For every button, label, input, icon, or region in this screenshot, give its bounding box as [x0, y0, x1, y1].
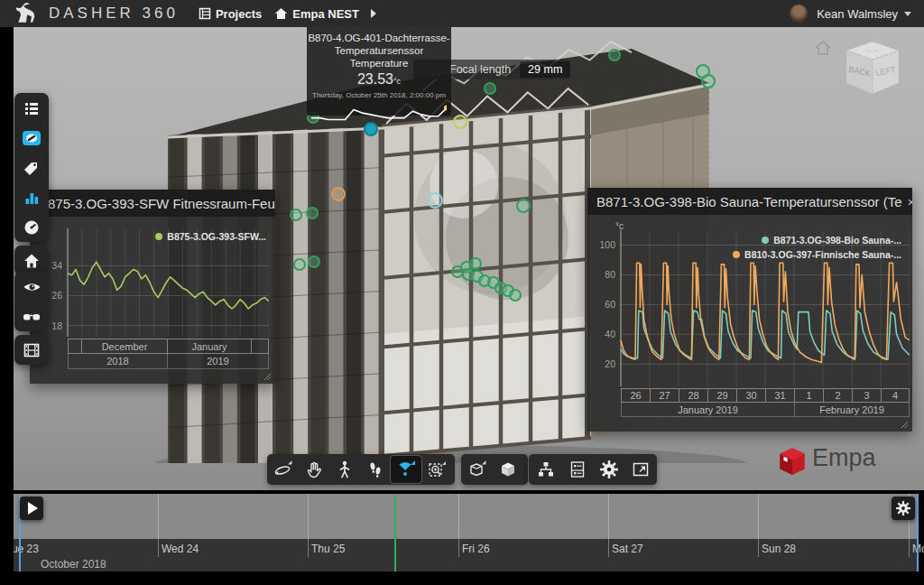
footsteps-icon	[365, 460, 385, 479]
film-icon	[23, 341, 41, 359]
breadcrumb-projects[interactable]: Projects	[199, 7, 262, 21]
svg-text:26: 26	[51, 290, 62, 301]
x-axis-year-band[interactable]: 2018 2019	[68, 354, 269, 369]
sensor-marker[interactable]	[427, 192, 443, 209]
sidebar-item-visibility[interactable]	[14, 272, 49, 302]
home-icon	[274, 7, 288, 20]
timeline-day-separator	[158, 494, 159, 539]
timeline-day-separator	[909, 539, 910, 557]
sensor-marker[interactable]	[308, 255, 320, 268]
sensor-marker[interactable]	[306, 207, 319, 219]
project-name-label: Empa NEST	[292, 7, 359, 21]
zoom-window-icon	[427, 460, 447, 479]
sidebar-item-list[interactable]	[14, 93, 49, 123]
camera-views-button[interactable]	[462, 456, 493, 483]
resize-handle[interactable]	[263, 372, 272, 381]
orbit-icon	[273, 460, 293, 479]
walk-button[interactable]	[329, 456, 360, 483]
glasses-icon	[22, 308, 42, 326]
pov-camera-button[interactable]	[391, 456, 421, 483]
home-view-icon[interactable]	[814, 40, 832, 56]
empa-tagline: Materials Science and Technology	[812, 471, 915, 479]
svg-text:100: 100	[599, 239, 615, 250]
sidebar-item-dashboard[interactable]	[14, 123, 49, 153]
resize-handle[interactable]	[900, 420, 909, 429]
left-edge-strip	[0, 27, 14, 571]
legend-dot	[155, 233, 162, 240]
legend-label: B875-3.OG-393-SFW...	[167, 231, 266, 242]
sidebar-item-gauges[interactable]	[14, 212, 49, 242]
view-cube[interactable]: BACK LEFT TOP	[837, 34, 908, 107]
timeline-playhead[interactable]	[394, 494, 396, 571]
eye-icon	[23, 278, 42, 296]
timeline-day-label: Wed 24	[162, 543, 199, 555]
timeline-day-label: Fri 26	[462, 543, 490, 555]
sidebar-group-visibility	[14, 272, 49, 331]
sensor-marker[interactable]	[484, 82, 496, 95]
timeline-day-separator	[608, 539, 609, 557]
legend-item: B871-3.OG-398-Bio Sauna-...	[762, 235, 901, 246]
toolbar-model-group	[461, 454, 528, 485]
sensor-marker[interactable]	[290, 209, 302, 221]
footsteps-button[interactable]	[360, 456, 391, 483]
sensor-marker[interactable]	[701, 74, 716, 88]
sensor-marker[interactable]	[516, 199, 531, 213]
timeline-settings-button[interactable]	[892, 497, 915, 520]
sensor-marker[interactable]	[293, 258, 306, 271]
sensor-marker[interactable]	[453, 115, 467, 129]
timeline-date-band[interactable]: Tue 23 Wed 24 Thu 25 Fri 26 Sat 27 Sun 2…	[14, 539, 919, 571]
sidebar-item-charts[interactable]	[14, 182, 49, 212]
focal-length-label: Focal length	[449, 63, 511, 76]
timeline: Tue 23 Wed 24 Thu 25 Fri 26 Sat 27 Sun 2…	[0, 490, 924, 585]
projects-label: Projects	[216, 7, 262, 21]
fitnessraum-chart-plot[interactable]: 182634	[41, 228, 269, 337]
sidebar-item-vr[interactable]	[14, 302, 49, 331]
x-axis-month-band[interactable]: December January	[68, 339, 269, 354]
breadcrumb-project-name[interactable]: Empa NEST	[274, 7, 376, 21]
empa-logo: Empa Materials Science and Technology	[778, 446, 915, 479]
cube-icon	[498, 460, 518, 479]
explode-model-button[interactable]	[493, 456, 523, 483]
view-cube-face-top: TOP	[865, 49, 880, 53]
chevron-right-icon[interactable]	[371, 9, 376, 18]
sensor-marker[interactable]	[608, 49, 621, 61]
tooltip-value: 23.53°c	[307, 73, 451, 88]
legend-label: B810-3.OG-397-Finnische Sauna-...	[744, 249, 901, 260]
chart-panel-sauna-titlebar[interactable]: B871-3.OG-398-Bio Sauna-Temperatursensso…	[587, 188, 912, 215]
x-axis-day-band[interactable]: 26 27 28 29 30 31 1 2 3 4	[621, 388, 910, 403]
fullscreen-button[interactable]	[624, 456, 656, 483]
legend-label: B871-3.OG-398-Bio Sauna-...	[773, 235, 901, 246]
sensor-marker[interactable]	[331, 187, 346, 201]
empa-name: Empa	[812, 446, 915, 469]
timeline-day-separator	[758, 539, 759, 557]
close-icon[interactable]: ×	[902, 194, 913, 209]
user-menu[interactable]: Kean Walmsley	[790, 5, 911, 23]
chart-panel-fitnessraum: B875-3.OG-393-SFW Fitnessraum-Feuc... × …	[30, 190, 275, 384]
sidebar-item-film[interactable]	[14, 335, 49, 365]
legend-dot	[762, 237, 769, 244]
pan-hand-icon	[304, 460, 324, 479]
properties-icon	[568, 460, 587, 479]
chart-panel-sauna: B871-3.OG-398-Bio Sauna-Temperatursensso…	[587, 188, 912, 432]
dasher-360-app: Focal length 29 mm B870-4.OG-401-Dachter…	[0, 0, 924, 585]
chevron-down-icon	[904, 12, 911, 16]
timeline-range-end-marker[interactable]	[917, 494, 919, 571]
svg-text:18: 18	[51, 320, 62, 331]
pan-button[interactable]	[299, 456, 329, 483]
play-button[interactable]	[20, 497, 43, 520]
model-tree-icon	[536, 460, 556, 479]
sensor-marker[interactable]	[509, 289, 522, 302]
x-axis-month-band[interactable]: January 2019 February 2019	[621, 403, 910, 417]
settings-button[interactable]	[593, 456, 624, 483]
zoom-window-button[interactable]	[421, 456, 452, 483]
properties-button[interactable]	[561, 456, 593, 483]
top-bar: DASHER 360 Projects Empa NEST Kean Walms…	[0, 0, 924, 27]
model-browser-button[interactable]	[530, 456, 561, 483]
orbit-button[interactable]	[268, 456, 299, 483]
bar-chart-icon	[23, 189, 41, 207]
sidebar-item-tags[interactable]	[14, 153, 49, 182]
timeline-day-label: Thu 25	[311, 543, 345, 555]
chart-panel-fitnessraum-titlebar[interactable]: B875-3.OG-393-SFW Fitnessraum-Feuc... ×	[30, 190, 275, 217]
timeline-month-label: October 2018	[41, 558, 106, 571]
timeline-track[interactable]	[14, 494, 919, 539]
